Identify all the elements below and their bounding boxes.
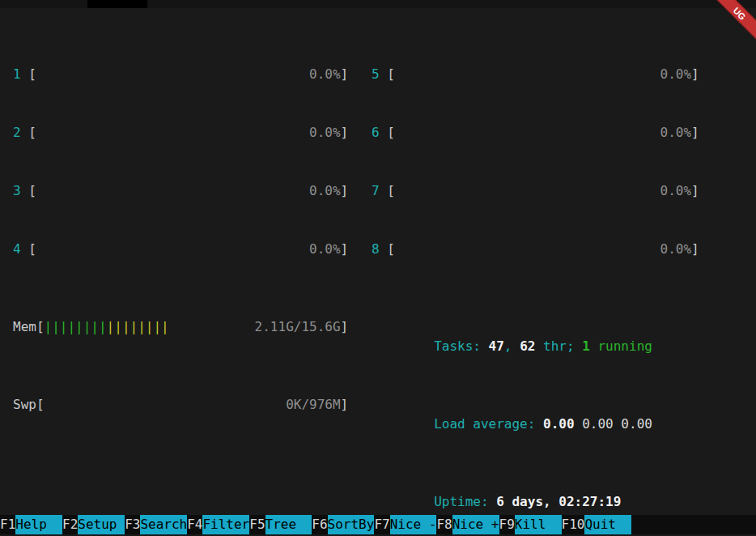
meter-close-bracket: ]	[341, 395, 349, 415]
mem-cache-bars: ||||||||	[107, 319, 169, 334]
mem-tasks-line: Mem[||||||||||||||||2.11G/15.6G] Tasks: …	[13, 317, 756, 337]
fn-key-label: F6	[312, 515, 327, 534]
cpu-meter-value: 0.0%	[660, 181, 692, 201]
cpu-meter-label: 4	[13, 240, 28, 259]
fn-button-f6[interactable]: F6SortBy	[312, 515, 374, 534]
fn-action-label: Kill	[515, 515, 562, 534]
load-5min: 0.00	[582, 416, 621, 432]
fn-button-f10[interactable]: F10Quit	[562, 515, 632, 534]
fn-button-f4[interactable]: F4Filter	[187, 515, 249, 534]
cpu-meter-line: 1 [0.0%] 5 [0.0%]	[13, 65, 756, 84]
cpu-meter-label: 8	[372, 240, 387, 259]
fn-action-label: Nice -	[390, 515, 437, 534]
tasks-count: 47	[489, 338, 504, 354]
cpu-meter-8: 8 [0.0%]	[372, 240, 699, 259]
chrome-strip-segment	[87, 0, 147, 8]
cpu-meter-label: 5	[372, 65, 387, 84]
cpu-meter-6: 6 [0.0%]	[372, 123, 699, 143]
fn-button-f2[interactable]: F2Setup	[62, 515, 125, 534]
uptime: Uptime: 6 days, 02:27:19	[372, 473, 621, 492]
cpu-meter-value: 0.0%	[660, 65, 692, 84]
tasks-label: Tasks:	[434, 338, 488, 354]
running-label: running	[590, 338, 652, 354]
memory-meter-value: 2.11G/15.6G	[255, 317, 341, 337]
fn-button-f7[interactable]: F7Nice -	[374, 515, 436, 534]
fn-button-f8[interactable]: F8Nice +	[436, 515, 499, 534]
tasks-separator: ,	[504, 338, 520, 354]
fn-action-label: Filter	[202, 515, 249, 534]
fn-action-label: Nice +	[452, 515, 499, 534]
cpu-meter-3: 3 [0.0%]	[13, 181, 348, 201]
meter-close-bracket: ]	[691, 181, 699, 201]
fn-action-label: Setup	[78, 515, 125, 534]
uptime-label: Uptime:	[434, 494, 496, 509]
cpu-meter-value: 0.0%	[660, 240, 692, 259]
meter-open-bracket: [	[387, 123, 395, 143]
meter-open-bracket: [	[387, 65, 395, 84]
meter-open-bracket: [	[28, 65, 36, 84]
cpu-meter-4: 4 [0.0%]	[13, 240, 348, 259]
meter-close-bracket: ]	[691, 240, 699, 259]
fn-action-label: Search	[140, 515, 187, 534]
fn-key-label: F3	[125, 515, 140, 534]
uptime-line: Uptime: 6 days, 02:27:19	[13, 473, 756, 492]
fn-key-label: F5	[249, 515, 265, 534]
memory-meter-label: Mem	[13, 317, 36, 337]
fn-key-label: F9	[499, 515, 515, 534]
meter-open-bracket: [	[28, 123, 36, 143]
meter-open-bracket: [	[28, 181, 36, 201]
cpu-meter-line: 3 [0.0%] 7 [0.0%]	[13, 181, 756, 201]
blank-filler	[13, 473, 348, 492]
fn-button-f5[interactable]: F5Tree	[249, 515, 312, 534]
meter-open-bracket: [	[28, 240, 36, 259]
cpu-meter-7: 7 [0.0%]	[372, 181, 699, 201]
meter-open-bracket: [	[387, 181, 395, 201]
meter-close-bracket: ]	[341, 65, 349, 84]
meter-open-bracket: [	[387, 240, 395, 259]
fn-key-label: F8	[436, 515, 452, 534]
swap-meter-label: Swp	[13, 395, 36, 415]
swap-meter-value: 0K/976M	[286, 395, 340, 415]
meter-close-bracket: ]	[341, 123, 349, 143]
meter-open-bracket: [	[36, 395, 45, 415]
tasks-summary: Tasks: 47, 62 thr; 1 running	[372, 317, 652, 337]
cpu-meter-label: 2	[13, 123, 28, 143]
meter-open-bracket: [	[36, 317, 45, 337]
load-1min: 0.00	[543, 416, 582, 432]
fn-button-f1[interactable]: F1Help	[0, 515, 62, 534]
cpu-meter-2: 2 [0.0%]	[13, 123, 348, 143]
fn-key-label: F4	[187, 515, 202, 534]
cpu-meter-value: 0.0%	[660, 123, 692, 143]
cpu-meter-label: 1	[13, 65, 28, 84]
load-15min: 0.00	[621, 416, 652, 432]
fn-key-label: F1	[0, 515, 15, 534]
meter-close-bracket: ]	[691, 65, 699, 84]
cpu-meter-value: 0.0%	[309, 240, 341, 259]
window-chrome-strip	[0, 0, 756, 8]
memory-meter: Mem[||||||||||||||||2.11G/15.6G]	[13, 317, 348, 337]
fn-button-f9[interactable]: F9Kill	[499, 515, 562, 534]
swap-load-line: Swp[0K/976M] Load average: 0.00 0.00 0.0…	[13, 395, 756, 415]
threads-count: 62	[520, 338, 535, 354]
meter-close-bracket: ]	[341, 317, 349, 337]
meter-close-bracket: ]	[691, 123, 699, 143]
htop-terminal: UG 1 [0.0%] 5 [0.0%] 2 [0.0%] 6 [0.0%] 3…	[0, 0, 756, 536]
fn-key-label: F7	[374, 515, 389, 534]
load-average: Load average: 0.00 0.00 0.00	[372, 395, 652, 415]
fn-button-f3[interactable]: F3Search	[125, 515, 187, 534]
fn-key-label: F2	[62, 515, 78, 534]
fn-action-label: Tree	[265, 515, 312, 534]
swap-meter: Swp[0K/976M]	[13, 395, 348, 415]
threads-label: thr;	[535, 338, 582, 354]
cpu-meter-value: 0.0%	[309, 65, 341, 84]
cpu-meter-value: 0.0%	[309, 123, 341, 143]
cpu-meter-5: 5 [0.0%]	[372, 65, 699, 84]
fn-action-label: Help	[15, 515, 62, 534]
mem-used-bars: ||||||||	[45, 319, 107, 334]
function-key-bar: F1HelpF2SetupF3SearchF4FilterF5TreeF6Sor…	[0, 515, 756, 534]
cpu-meter-line: 2 [0.0%] 6 [0.0%]	[13, 123, 756, 143]
load-label: Load average:	[434, 416, 543, 432]
running-count: 1	[582, 338, 590, 354]
cpu-meter-line: 4 [0.0%] 8 [0.0%]	[13, 240, 756, 259]
cpu-meter-value: 0.0%	[309, 181, 341, 201]
